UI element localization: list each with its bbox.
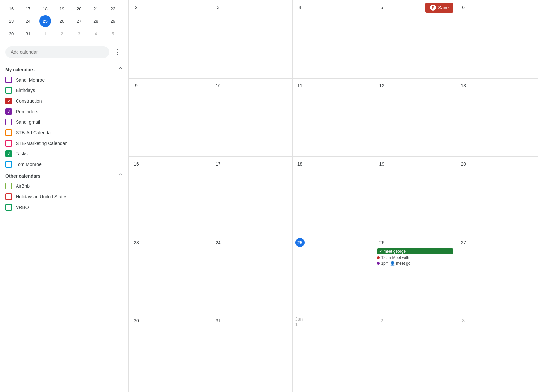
calendar-checkbox-construction[interactable]: ✓	[5, 98, 12, 104]
calendar-day-cell[interactable]: 13	[456, 79, 538, 157]
event-dot-row[interactable]: 1pm 👤 meet go	[377, 261, 453, 266]
calendar-day-cell[interactable]: 19	[374, 157, 456, 235]
calendar-day-cell[interactable]: 20	[456, 157, 538, 235]
calendar-item-birthdays[interactable]: Birthdays	[0, 85, 128, 96]
calendar-label-tasks: Tasks	[16, 151, 28, 156]
mini-cal-day[interactable]: 26	[56, 15, 68, 27]
calendar-day-cell[interactable]: 18	[293, 157, 375, 235]
calendar-day-cell[interactable]: Jan 1	[293, 313, 375, 392]
mini-cal-day[interactable]: 17	[22, 3, 34, 15]
mini-cal-day[interactable]: 29	[107, 15, 119, 27]
calendar-label-tom-monroe: Tom Monroe	[16, 162, 42, 167]
mini-cal-day[interactable]: 20	[73, 3, 85, 15]
calendar-day-cell[interactable]: 23	[129, 235, 211, 314]
calendar-item-construction[interactable]: ✓Construction	[0, 96, 128, 106]
calendar-day-cell[interactable]: 2	[374, 313, 456, 392]
mini-cal-day[interactable]: 5	[107, 28, 119, 40]
my-calendars-collapse-button[interactable]: ⌃	[118, 66, 123, 73]
calendar-item-sandi-gmail[interactable]: Sandi gmail	[0, 117, 128, 127]
main-calendar: 2345PSave6910111213161718192023242526✓ m…	[129, 0, 538, 392]
pinterest-save-button[interactable]: PSave	[425, 3, 453, 13]
calendar-checkbox-stb-ad-calendar[interactable]	[5, 129, 12, 136]
add-calendar-row: ⋮	[5, 46, 123, 58]
mini-cal-day[interactable]: 16	[5, 3, 17, 15]
mini-cal-day[interactable]: 25	[39, 15, 51, 27]
event-label: Meet with	[392, 255, 409, 260]
mini-cal-day[interactable]: 3	[73, 28, 85, 40]
mini-cal-day[interactable]: 22	[107, 3, 119, 15]
mini-cal-day[interactable]: 1	[39, 28, 51, 40]
day-number: 6	[459, 3, 468, 12]
calendar-day-cell[interactable]: 3	[211, 0, 293, 79]
day-number: 3	[459, 316, 468, 325]
calendar-item-tasks[interactable]: ✓Tasks	[0, 148, 128, 159]
other-calendars-collapse-button[interactable]: ⌃	[118, 172, 123, 180]
calendar-day-cell[interactable]: 25	[293, 235, 375, 314]
calendar-item-holidays-us[interactable]: Holidays in United States	[0, 191, 128, 202]
calendar-checkbox-tom-monroe[interactable]	[5, 161, 12, 168]
calendar-item-stb-ad-calendar[interactable]: STB-Ad Calendar	[0, 127, 128, 138]
calendar-day-cell[interactable]: 27	[456, 235, 538, 314]
calendar-item-reminders[interactable]: ✓Reminders	[0, 106, 128, 117]
calendar-label-holidays-us: Holidays in United States	[16, 194, 67, 199]
calendar-checkbox-holidays-us[interactable]	[5, 193, 12, 200]
day-number: 27	[459, 238, 468, 247]
calendar-grid: 2345PSave6910111213161718192023242526✓ m…	[129, 0, 538, 392]
mini-cal-day[interactable]: 18	[39, 3, 51, 15]
mini-cal-day[interactable]: 31	[22, 28, 34, 40]
calendar-checkbox-reminders[interactable]: ✓	[5, 108, 12, 115]
day-number: 2	[377, 316, 386, 325]
mini-cal-day[interactable]: 28	[90, 15, 102, 27]
calendar-day-cell[interactable]: 4	[293, 0, 375, 79]
calendar-day-cell[interactable]: 2	[129, 0, 211, 79]
mini-cal-day[interactable]: 27	[73, 15, 85, 27]
calendar-checkbox-airbnb[interactable]	[5, 183, 12, 189]
mini-cal-day[interactable]: 23	[5, 15, 17, 27]
day-number: 11	[295, 81, 305, 90]
event-dot-indicator	[377, 262, 380, 265]
calendar-checkbox-tasks[interactable]: ✓	[5, 150, 12, 157]
calendar-checkbox-birthdays[interactable]	[5, 87, 12, 94]
day-number: 9	[132, 81, 141, 90]
calendar-day-cell[interactable]: 12	[374, 79, 456, 157]
calendar-checkbox-vrbo[interactable]	[5, 204, 12, 211]
my-calendars-title: My calendars	[5, 67, 35, 72]
calendar-checkbox-sandi-gmail[interactable]	[5, 119, 12, 125]
add-calendar-input[interactable]	[5, 46, 109, 58]
calendar-item-stb-marketing-calendar[interactable]: STB-Marketing Calendar	[0, 138, 128, 148]
day-number: 25	[295, 238, 305, 247]
calendar-item-vrbo[interactable]: VRBO	[0, 202, 128, 212]
calendar-day-cell[interactable]: 9	[129, 79, 211, 157]
calendar-label-stb-ad-calendar: STB-Ad Calendar	[16, 130, 52, 135]
day-number: 10	[214, 81, 223, 90]
calendar-item-sandi-monroe[interactable]: Sandi Monroe	[0, 75, 128, 85]
mini-calendar: 1617181920212223242526272829303112345	[0, 0, 128, 44]
calendar-day-cell[interactable]: 30	[129, 313, 211, 392]
calendar-day-cell[interactable]: 10	[211, 79, 293, 157]
mini-cal-day[interactable]: 19	[56, 3, 68, 15]
event-dot-row[interactable]: 12pm Meet with	[377, 255, 453, 260]
mini-cal-day[interactable]: 24	[22, 15, 34, 27]
calendar-item-airbnb[interactable]: AirBnb	[0, 181, 128, 191]
mini-cal-day[interactable]: 21	[90, 3, 102, 15]
calendar-item-tom-monroe[interactable]: Tom Monroe	[0, 159, 128, 170]
day-number: 16	[132, 159, 141, 169]
more-vert-button[interactable]: ⋮	[112, 47, 123, 58]
mini-cal-day[interactable]: 4	[90, 28, 102, 40]
calendar-day-cell[interactable]: 17	[211, 157, 293, 235]
calendar-day-cell[interactable]: 5PSave	[374, 0, 456, 79]
event-dot-indicator	[377, 256, 380, 259]
event-chip[interactable]: ✓ meet george	[377, 248, 453, 254]
calendar-day-cell[interactable]: 31	[211, 313, 293, 392]
mini-cal-day[interactable]: 30	[5, 28, 17, 40]
calendar-day-cell[interactable]: 16	[129, 157, 211, 235]
calendar-day-cell[interactable]: 24	[211, 235, 293, 314]
calendar-day-cell[interactable]: 26✓ meet george12pm Meet with1pm 👤 meet …	[374, 235, 456, 314]
calendar-day-cell[interactable]: 6	[456, 0, 538, 79]
calendar-label-sandi-gmail: Sandi gmail	[16, 119, 40, 125]
calendar-checkbox-stb-marketing-calendar[interactable]	[5, 140, 12, 147]
mini-cal-day[interactable]: 2	[56, 28, 68, 40]
calendar-day-cell[interactable]: 3	[456, 313, 538, 392]
calendar-day-cell[interactable]: 11	[293, 79, 375, 157]
calendar-checkbox-sandi-monroe[interactable]	[5, 77, 12, 83]
